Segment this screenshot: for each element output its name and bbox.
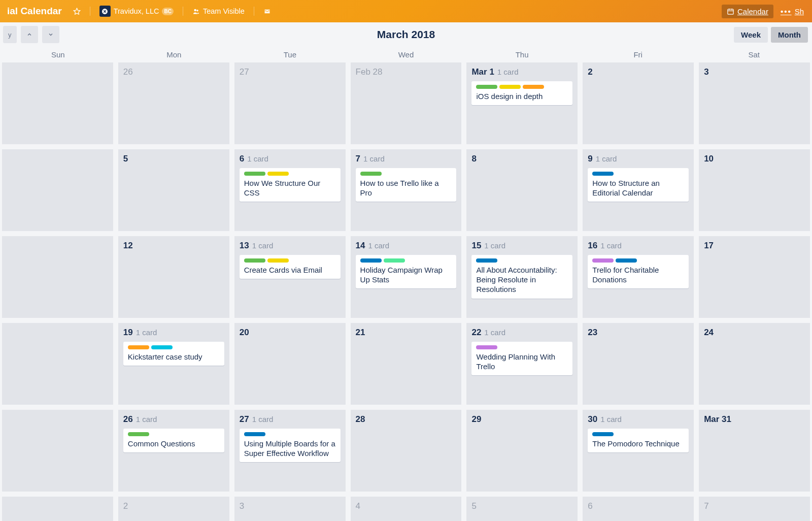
day-cell[interactable] (2, 149, 113, 231)
day-number: Feb 28 (356, 67, 383, 77)
day-number: 7 (704, 501, 708, 511)
day-cell[interactable] (2, 236, 113, 318)
day-cell[interactable]: 26 (118, 62, 229, 144)
day-cell[interactable]: 191 cardKickstarter case study (118, 323, 229, 405)
calendar-card[interactable]: Create Cards via Email (240, 255, 341, 279)
visibility-button[interactable]: Team Visible (188, 5, 249, 17)
day-cell[interactable]: 29 (466, 410, 578, 492)
day-cell[interactable]: 5 (118, 149, 229, 231)
month-view-button[interactable]: Month (771, 27, 808, 43)
day-number: 5 (471, 501, 476, 511)
calendar-card[interactable]: All About Accountability: Being Resolute… (471, 255, 572, 299)
day-number: 8 (471, 154, 476, 164)
day-cell[interactable]: 271 cardUsing Multiple Boards for a Supe… (234, 410, 346, 492)
day-cell[interactable]: Mar 31 (699, 410, 810, 492)
day-cell[interactable]: 2 (583, 62, 694, 144)
board-title[interactable]: ial Calendar (4, 6, 65, 17)
day-number: 3 (240, 501, 244, 511)
day-cell[interactable] (2, 497, 113, 521)
today-button[interactable]: y (3, 26, 17, 43)
inbox-icon (263, 8, 271, 15)
calendar-card[interactable]: iOS design in depth (471, 81, 572, 105)
card-title: How We Structure Our CSS (244, 178, 336, 198)
weekday-row: Sun Mon Tue Wed Thu Fri Sat (0, 47, 812, 62)
calendar-card[interactable]: The Pomodoro Technique (588, 429, 689, 452)
calendar-card[interactable]: Holiday Campaign Wrap Up Stats (356, 255, 457, 288)
day-cell[interactable]: 221 cardWedding Planning With Trello (466, 323, 578, 405)
calendar-card[interactable]: How We Structure Our CSS (240, 168, 341, 202)
day-cell[interactable]: Mar 11 cardiOS design in depth (466, 62, 578, 144)
day-cell[interactable]: 20 (234, 323, 346, 405)
calendar-card[interactable]: How to Structure an Editorial Calendar (588, 168, 689, 202)
day-head: 3 (240, 501, 341, 511)
day-number: 26 (123, 414, 133, 425)
day-head: 7 (704, 501, 805, 511)
label-sky (151, 345, 173, 349)
day-cell[interactable]: 27 (234, 62, 346, 144)
card-labels (592, 258, 684, 263)
day-cell[interactable]: 8 (466, 149, 578, 231)
calendar-card[interactable]: Common Questions (123, 429, 224, 452)
svg-point-2 (194, 9, 196, 11)
day-cell[interactable] (2, 323, 113, 405)
day-cell[interactable]: 12 (118, 236, 229, 318)
day-cell[interactable]: 3 (234, 497, 346, 521)
day-cell[interactable]: 5 (466, 497, 578, 521)
day-cell[interactable]: 17 (699, 236, 810, 318)
day-cell[interactable]: 301 cardThe Pomodoro Technique (583, 410, 694, 492)
day-number: 14 (356, 241, 365, 251)
day-cell[interactable]: 161 cardTrello for Charitable Donations (583, 236, 694, 318)
prev-button[interactable] (21, 26, 38, 43)
day-cell[interactable]: 4 (351, 497, 462, 521)
calendar-card[interactable]: How to use Trello like a Pro (356, 168, 457, 202)
day-cell[interactable]: 6 (583, 497, 694, 521)
day-head: 71 card (356, 154, 457, 164)
week-view-button[interactable]: Week (734, 27, 768, 43)
day-cell[interactable]: 10 (699, 149, 810, 231)
team-button[interactable]: Travidux, LLC BC (95, 4, 178, 19)
calendar-card[interactable]: Using Multiple Boards for a Super Effect… (240, 429, 341, 462)
day-cell[interactable] (2, 62, 113, 144)
calendar-card[interactable]: Wedding Planning With Trello (471, 342, 572, 375)
day-cell[interactable]: 28 (351, 410, 462, 492)
day-cell[interactable]: 61 cardHow We Structure Our CSS (234, 149, 346, 231)
board-header-right: Calendar ••• Sh (722, 5, 808, 18)
day-cell[interactable]: 71 cardHow to use Trello like a Pro (351, 149, 462, 231)
weekday-tue: Tue (232, 50, 348, 59)
team-icon (192, 8, 200, 15)
day-number: Mar 1 (471, 67, 494, 77)
star-button[interactable] (69, 6, 85, 17)
day-head: 24 (704, 328, 805, 338)
card-title: All About Accountability: Being Resolute… (476, 265, 568, 295)
card-count: 1 card (368, 241, 389, 250)
calendar-card[interactable]: Trello for Charitable Donations (588, 255, 689, 288)
day-cell[interactable]: 151 cardAll About Accountability: Being … (466, 236, 578, 318)
svg-rect-4 (728, 9, 733, 14)
day-cell[interactable] (2, 410, 113, 492)
next-button[interactable] (42, 26, 59, 43)
card-labels (360, 258, 452, 263)
day-cell[interactable]: 91 cardHow to Structure an Editorial Cal… (583, 149, 694, 231)
chevron-up-icon (26, 31, 32, 38)
label-yellow (499, 85, 521, 89)
day-cell[interactable]: 23 (583, 323, 694, 405)
inbox-button[interactable] (259, 6, 275, 17)
day-cell[interactable]: 7 (699, 497, 810, 521)
day-number: 17 (704, 241, 714, 251)
day-head: 5 (471, 501, 572, 511)
day-cell[interactable]: 2 (118, 497, 229, 521)
day-cell[interactable]: 141 cardHoliday Campaign Wrap Up Stats (351, 236, 462, 318)
label-teal (384, 258, 405, 263)
calendar-card[interactable]: Kickstarter case study (123, 342, 224, 366)
day-cell[interactable]: 21 (351, 323, 462, 405)
divider (183, 7, 183, 16)
label-blue (592, 172, 614, 176)
calendar-view-button[interactable]: Calendar (722, 5, 773, 18)
day-number: 21 (356, 328, 365, 338)
day-cell[interactable]: 24 (699, 323, 810, 405)
day-cell[interactable]: Feb 28 (351, 62, 462, 144)
day-cell[interactable]: 261 cardCommon Questions (118, 410, 229, 492)
day-cell[interactable]: 3 (699, 62, 810, 144)
show-menu-button[interactable]: ••• Sh (776, 5, 808, 18)
day-cell[interactable]: 131 cardCreate Cards via Email (234, 236, 346, 318)
